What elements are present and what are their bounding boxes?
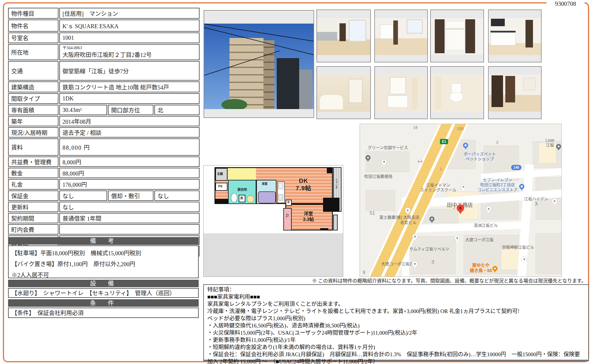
row-value: 30.43m² [59, 105, 107, 115]
western-room-label: 洋室 3.3帖 [303, 211, 314, 222]
row-value: 御堂筋線「江坂」徒歩7分 [59, 61, 200, 81]
row-value: 普通借家 1年間 [59, 213, 200, 223]
wall-pillar [327, 167, 333, 173]
entrance-label: 玄関 [217, 172, 223, 176]
photo-mirror [390, 77, 406, 94]
map-label: 江坂イトマン スイミングスクール [420, 183, 456, 193]
document-number: 9300708 [547, 0, 585, 8]
row-label: 専有面積 [8, 105, 58, 115]
map-pin-shop [463, 143, 468, 148]
map-label: 名宏ビル [400, 220, 416, 225]
map-pin [552, 198, 557, 204]
row-value: 鉄筋コンクリート造 地上10階 総戸数54戸 [59, 81, 200, 92]
photo-closet-interior [446, 21, 465, 50]
map-building [366, 151, 409, 172]
photo-counter [317, 32, 337, 41]
ps-label: PS [218, 184, 223, 188]
row-value: なし [59, 202, 200, 212]
map-label: 江坂ハイデンス [523, 197, 549, 206]
row-value: 1DK [59, 93, 200, 104]
map-label: 3 [431, 259, 434, 265]
note-line: ■■■家具家電利用■■■ [207, 293, 585, 300]
dressing-label: 脱衣所 [238, 188, 247, 192]
map-pin [521, 256, 527, 262]
row-label: 町内会費 [8, 224, 58, 235]
photo-door [339, 23, 346, 41]
note-line: 特記事項： [207, 286, 585, 293]
map-label: Luxe 江坂 [544, 138, 556, 148]
disclaimer-text: ※ この資料は物件の概略紹介資料になります。写真、間取図面、設備、概要などが現況… [203, 277, 586, 284]
map-pin [454, 235, 460, 241]
photo-door [492, 75, 503, 107]
map-pin [486, 206, 492, 212]
map-label: サムティ江坂リベルツ [409, 247, 449, 251]
note-line: ・入居時鍵交換代16,500円(税込)、退去時清掃費38,500円(税込) [207, 322, 585, 329]
map-label: ポーパッズペット ペットショップ [464, 152, 496, 161]
photo-area [375, 75, 427, 112]
wall-pillar [323, 198, 339, 212]
row-label: 現況/入居時期 [8, 127, 58, 138]
special-notes-box: 特記事項： ■■■家具家電利用■■■ 家具家電レンタルプランをご利用頂くことが出… [203, 284, 589, 361]
note-line: ・保証会社：保証会社利用必須 JRAC(月額保証) 月額保証料…賃料合計の1.3… [207, 351, 585, 364]
map-label: 1 [440, 167, 442, 171]
row-label: 開口部方位 [108, 105, 153, 115]
photo-cabinet [380, 24, 393, 39]
map-pin [412, 234, 418, 239]
kitchen-sink-icon [278, 183, 283, 189]
photo-room-doors [488, 66, 542, 119]
photo-door [505, 76, 515, 102]
row-value: [住居用] マンション [59, 8, 200, 19]
row-value: 2014年08月 [59, 116, 200, 126]
map-pin-restaurant [492, 266, 498, 271]
remarks-line: ※2人入居不可 [12, 270, 195, 281]
photo-dining-kitchen [374, 9, 428, 62]
row-label: 償却・敷引 [108, 190, 153, 201]
map-label: 清洲江坂ビル [474, 223, 498, 228]
photo-toilet [430, 66, 484, 119]
row-label: 共益費・管理費 [8, 157, 58, 167]
row-label: 建築構造 [8, 81, 58, 92]
rent-value: 88,000 円 [59, 138, 200, 156]
row-value: 退去予定 / 相談 [59, 127, 200, 138]
photo-sky [204, 24, 314, 109]
bathtub-icon [258, 191, 276, 203]
row-label: 礼金 [8, 179, 58, 190]
photo-building-dark [277, 58, 299, 109]
note-line: ベッドが必要な際はプラス1,000円(税別) [207, 315, 585, 322]
route-badge: 145 [511, 165, 521, 170]
location-map: E1 145 16 100 2 Luxe 江坂 グリーン空調サービス 吹田江坂郵… [360, 124, 562, 277]
photo-door [393, 20, 398, 45]
row-label: 賃料 [8, 138, 58, 156]
row-value: なし [154, 190, 200, 201]
map-building [366, 190, 395, 211]
map-pin [412, 261, 418, 267]
conditions-header: 条 件 [8, 299, 199, 307]
map-pin [429, 216, 434, 222]
balcony-label: ベランダ [335, 178, 338, 189]
photo-washstand [374, 66, 428, 119]
photo-wall [412, 78, 418, 109]
bath-label: 浴室 [262, 182, 267, 186]
note-line: 冷蔵庫・洗濯機・電子レンジ・テレビ・ライトを設備として利用できます。家賃+3,0… [207, 308, 585, 315]
photo-building-gray [299, 70, 312, 109]
map-pin [381, 159, 387, 165]
photo-toilet-bowl [450, 92, 463, 102]
photo-area [317, 18, 370, 55]
photo-area [375, 18, 427, 55]
equipment-box: 【水廻り】 シャワートイレ 【セキュリティ】 管理人（巡回） [8, 288, 199, 298]
photo-toilet-tank [451, 83, 461, 93]
kitchen-area [228, 168, 256, 180]
photo-bathtub [320, 95, 343, 109]
photo-area [317, 75, 370, 112]
map-label: 那ゆたや 焼き鳥・$$ [470, 263, 492, 273]
row-label: 物件名 [8, 20, 58, 32]
photo-door [525, 20, 533, 47]
building-exterior-photo [204, 10, 314, 118]
row-label: 契約期間 [8, 213, 58, 223]
photo-tree [221, 99, 247, 109]
floor-plan: 玄関 PS 靴箱 脱衣所 洗 浴室 DK 7.9帖 ベランダ CL 冷 洋室 3… [203, 165, 343, 277]
photo-wall [435, 77, 441, 109]
row-value: 88,000円 [59, 168, 200, 178]
remarks-line: 【駐車場】平面18,000円税別 機械式15,000円税別 [12, 248, 195, 259]
photo-closet [430, 9, 484, 62]
